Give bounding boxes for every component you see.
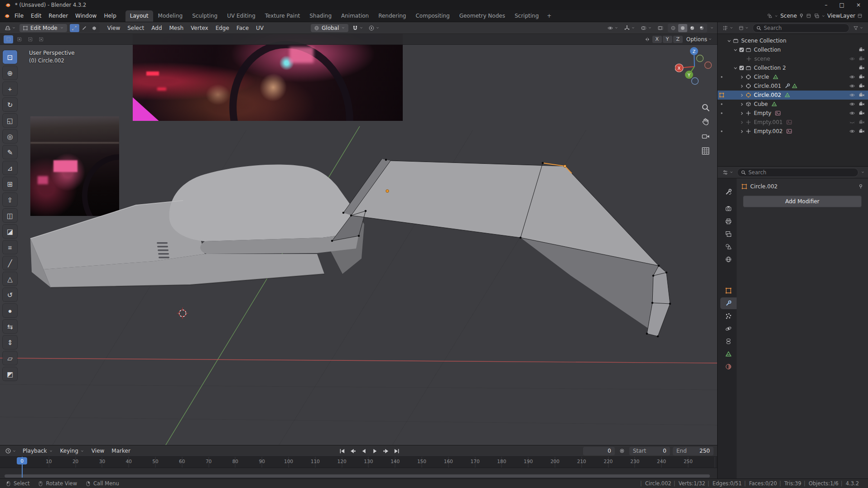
tool-button[interactable]: ⇧ (3, 193, 17, 206)
disable-render-icon[interactable] (858, 110, 865, 116)
outliner-row[interactable]: Collection (718, 45, 868, 54)
shading-mode-button[interactable] (697, 24, 706, 32)
menu-item[interactable]: Window (72, 11, 100, 20)
menu-item[interactable]: File (11, 11, 27, 20)
outliner-row[interactable]: Circle.001 (718, 81, 868, 91)
blender-menu-icon[interactable] (4, 13, 10, 19)
disable-render-icon[interactable] (858, 65, 865, 71)
viewport-canvas[interactable] (0, 22, 717, 445)
menu-item[interactable]: Render (45, 11, 72, 20)
properties-tab[interactable] (720, 335, 737, 347)
workspace-tab[interactable]: UV Editing (222, 10, 260, 22)
outliner-row[interactable]: Circle (718, 72, 868, 81)
disable-render-icon[interactable] (858, 128, 865, 134)
menu-item[interactable]: Mesh (166, 24, 188, 33)
properties-tab[interactable] (720, 348, 737, 360)
workspace-tab[interactable]: Compositing (411, 10, 454, 22)
xray-toggle[interactable] (656, 24, 665, 32)
select-op-button[interactable] (14, 35, 24, 43)
filter-button[interactable] (852, 24, 865, 32)
playhead-marker[interactable]: 0 (17, 457, 27, 464)
play-button[interactable] (370, 447, 380, 455)
menu-item[interactable]: View (88, 446, 108, 455)
tool-button[interactable]: + (3, 82, 17, 96)
workspace-tab[interactable]: Animation (337, 10, 373, 22)
menu-item[interactable]: View (104, 24, 124, 33)
properties-tab[interactable] (720, 323, 737, 335)
outliner-search[interactable] (752, 24, 849, 33)
workspace-tab[interactable]: Modeling (154, 10, 188, 22)
proportional-editing-toggle[interactable] (367, 24, 381, 32)
tool-button[interactable]: ⊿ (3, 161, 17, 175)
properties-tab[interactable] (720, 203, 737, 215)
tool-button[interactable]: ◎ (3, 129, 17, 143)
chevron-right-icon[interactable] (739, 92, 745, 98)
properties-search[interactable] (737, 168, 858, 177)
chevron-down-icon[interactable] (733, 65, 738, 71)
hide-viewport-icon[interactable] (849, 83, 855, 89)
jump-to-start-button[interactable] (337, 447, 347, 455)
properties-editor-type-button[interactable] (721, 168, 735, 177)
prev-keyframe-button[interactable] (348, 447, 358, 455)
add-workspace-button[interactable]: + (543, 12, 555, 20)
chevron-right-icon[interactable] (739, 110, 745, 116)
maximize-button[interactable]: □ (839, 2, 844, 8)
shading-dropdown-chevron[interactable] (710, 26, 714, 30)
tool-button[interactable]: ◱ (3, 114, 17, 127)
chevron-down-icon[interactable] (733, 47, 738, 53)
breadcrumb-object-name[interactable]: Circle.002 (750, 183, 777, 190)
outliner-item-label[interactable]: Collection 2 (754, 65, 786, 71)
3d-cursor[interactable] (177, 308, 188, 319)
hide-viewport-icon[interactable] (849, 119, 855, 125)
outliner-search-input[interactable] (764, 25, 846, 31)
pan-hand-icon[interactable] (701, 117, 710, 127)
timeline-ruler[interactable]: 0102030405060708090100110120130140150160… (0, 457, 717, 468)
properties-tab[interactable] (720, 310, 737, 322)
close-button[interactable]: × (856, 2, 861, 8)
navigation-gizmo[interactable]: Z X Y (675, 47, 714, 86)
properties-tab[interactable] (720, 254, 737, 265)
menu-item[interactable]: Face (233, 24, 252, 33)
viewlayer-selector[interactable]: ViewLayer (814, 13, 863, 19)
properties-search-input[interactable] (748, 169, 855, 176)
properties-tab[interactable] (720, 285, 737, 297)
shading-mode-button[interactable] (669, 24, 678, 32)
workspace-tab[interactable]: Texture Paint (260, 10, 304, 22)
tool-button[interactable]: ⊞ (3, 177, 17, 191)
properties-tab[interactable] (720, 186, 737, 198)
tool-button[interactable]: ╱ (3, 256, 17, 270)
chevron-right-icon[interactable] (739, 101, 745, 107)
select-op-button[interactable] (25, 35, 35, 43)
scene-name[interactable]: Scene (780, 13, 797, 19)
pin-icon[interactable] (799, 13, 804, 19)
tool-button[interactable]: ◫ (3, 209, 17, 222)
select-mode-button[interactable] (80, 24, 89, 32)
tool-button[interactable]: ● (3, 304, 17, 317)
current-frame-field[interactable]: 0 (583, 447, 615, 455)
timeline-editor-type-button[interactable] (4, 447, 18, 455)
ortho-grid-icon[interactable] (701, 146, 710, 156)
jump-to-end-button[interactable] (391, 447, 401, 455)
mode-dropdown[interactable]: Edit Mode (19, 24, 67, 32)
outliner-item-label[interactable]: Scene Collection (741, 38, 786, 44)
tool-button[interactable]: ◪ (3, 225, 17, 238)
play-reverse-button[interactable] (359, 447, 369, 455)
menu-item[interactable]: Add (148, 24, 165, 33)
outliner-row[interactable]: Scene Collection (718, 36, 868, 45)
hide-viewport-icon[interactable] (849, 56, 855, 62)
mesh-object-left[interactable] (30, 165, 364, 287)
new-viewlayer-icon[interactable] (857, 13, 863, 19)
properties-tab[interactable] (720, 241, 737, 253)
outliner-item-label[interactable]: Circle.002 (754, 92, 781, 98)
outliner-item-label[interactable]: Circle (754, 74, 769, 80)
chevron-right-icon[interactable] (739, 83, 745, 89)
menu-item[interactable]: Playback (19, 446, 57, 455)
outliner-row[interactable]: Cube (718, 100, 868, 109)
properties-tab[interactable] (720, 215, 737, 227)
outliner-item-label[interactable]: Empty.001 (754, 119, 783, 125)
tool-button[interactable]: ▱ (3, 351, 17, 365)
blender-logo-icon[interactable] (5, 2, 11, 8)
outliner-item-label[interactable]: Empty (754, 110, 772, 116)
menu-item[interactable]: Select (124, 24, 148, 33)
scene-selector[interactable]: Scene (767, 13, 811, 19)
